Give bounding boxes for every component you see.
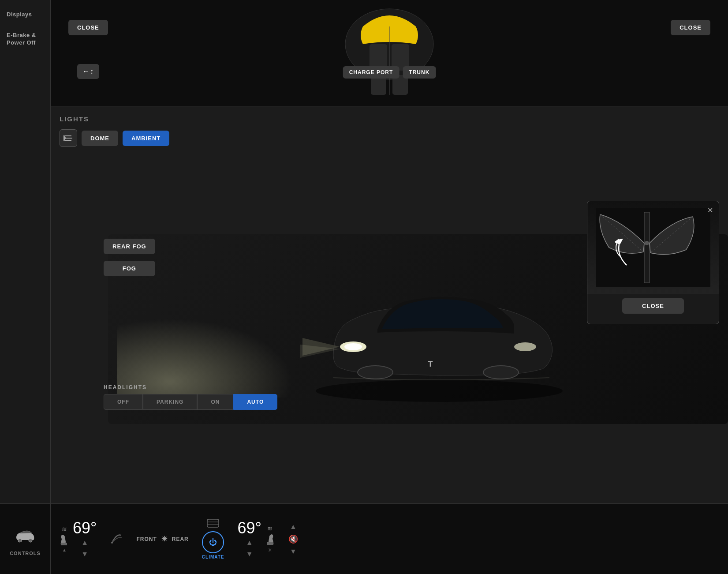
- right-temp-up[interactable]: ▲: [244, 537, 255, 548]
- sidebar-item-displays[interactable]: Displays: [4, 9, 46, 21]
- front-label: FRONT: [136, 536, 157, 542]
- svg-point-29: [29, 539, 32, 542]
- bottom-controls-section: CONTROLS: [0, 504, 51, 574]
- svg-point-20: [358, 366, 393, 379]
- bottom-bar: CONTROLS ≋ ▲ 69° ▲ ▼: [0, 503, 728, 574]
- charge-port-button[interactable]: CHARGE PORT: [343, 66, 399, 79]
- bottom-climate: ≋ ▲ 69° ▲ ▼: [51, 504, 728, 574]
- defroster-icon-container[interactable]: [206, 518, 220, 530]
- defroster-icon: [206, 518, 220, 528]
- light-beam-icon: [63, 134, 73, 142]
- main-area: CLOSE CLOSE ←↕ CHARGE PORT TRUNK LIGHTS: [51, 0, 728, 574]
- wiper-icon: [110, 532, 123, 545]
- svg-point-17: [344, 343, 362, 350]
- popup-footer: CLOSE: [587, 294, 719, 318]
- dome-button[interactable]: DOME: [82, 131, 118, 146]
- volume-mute-icon[interactable]: 🔇: [288, 534, 298, 544]
- car-side-icon: [14, 528, 36, 543]
- left-temp-up[interactable]: ▲: [79, 537, 90, 548]
- seat-left-icon: [60, 534, 69, 546]
- left-temp-down[interactable]: ▼: [79, 549, 90, 559]
- light-beam-button[interactable]: [60, 129, 77, 147]
- ambient-button[interactable]: AMBIENT: [123, 131, 169, 146]
- front-rear-section: FRONT ✳ REAR: [136, 535, 188, 543]
- headlight-off-button[interactable]: OFF: [104, 394, 143, 410]
- right-seat-heat: ≋ ✳: [265, 525, 275, 553]
- left-seat-heat: ≋ ▲: [60, 525, 69, 552]
- svg-point-21: [483, 366, 519, 379]
- heat-lines-right-icon: ≋: [267, 525, 273, 532]
- rear-label: REAR: [172, 536, 189, 542]
- right-temp-down[interactable]: ▼: [244, 549, 255, 559]
- svg-point-30: [111, 542, 113, 544]
- volume-section: ▲ 🔇 ▼: [288, 521, 299, 557]
- frunk-area: ←↕: [77, 64, 99, 79]
- lights-left-buttons: REAR FOG FOG: [104, 239, 155, 276]
- controls-car-icon[interactable]: [12, 522, 38, 548]
- headlight-parking-button[interactable]: PARKING: [143, 394, 197, 410]
- volume-up-button[interactable]: ▲: [288, 521, 299, 532]
- car-top-view-svg: [301, 0, 478, 101]
- fan-right-icon: ✳: [268, 547, 272, 553]
- falcon-door-svg: [596, 208, 710, 287]
- headlights-label: HEADLIGHTS: [104, 384, 728, 390]
- close-btn-right: CLOSE: [671, 20, 710, 35]
- svg-rect-23: [644, 212, 650, 283]
- wiper-icon-container[interactable]: [110, 532, 123, 547]
- frunk-button[interactable]: ←↕: [77, 64, 99, 79]
- climate-power-button[interactable]: ⏻: [202, 531, 224, 553]
- svg-point-24: [645, 241, 649, 245]
- arrow-up-left[interactable]: ▲: [62, 548, 67, 552]
- lights-title: LIGHTS: [60, 115, 719, 123]
- car-top-view: CLOSE CLOSE ←↕ CHARGE PORT TRUNK: [51, 0, 728, 106]
- left-temp-display: 69° ▲ ▼: [73, 519, 97, 559]
- left-temperature: 69°: [73, 519, 97, 537]
- front-rear-row: FRONT ✳ REAR: [136, 535, 188, 543]
- svg-rect-31: [207, 519, 219, 527]
- headlights-options: OFF PARKING ON AUTO: [104, 394, 728, 410]
- sidebar: Displays E-Brake &Power Off: [0, 0, 51, 574]
- close-right-button[interactable]: CLOSE: [671, 20, 710, 35]
- fog-button[interactable]: FOG: [104, 261, 155, 276]
- svg-text:T: T: [428, 360, 433, 368]
- fan-icon: ✳: [161, 535, 168, 543]
- popup-image-area: [587, 201, 719, 294]
- falcon-door-popup: ✕: [587, 201, 719, 324]
- svg-point-18: [514, 342, 536, 351]
- rear-fog-button[interactable]: REAR FOG: [104, 239, 155, 254]
- climate-power-group: ⏻ CLIMATE: [202, 518, 224, 559]
- port-buttons: CHARGE PORT TRUNK: [343, 66, 436, 79]
- close-btn-left: CLOSE: [68, 20, 108, 35]
- svg-point-28: [18, 539, 22, 542]
- lights-controls-row: DOME AMBIENT: [60, 129, 719, 147]
- right-temp-group: 69° ▲ ▼ ≋ ✳: [238, 519, 275, 559]
- headlight-auto-button[interactable]: AUTO: [233, 394, 277, 410]
- trunk-button[interactable]: TRUNK: [403, 66, 436, 79]
- popup-x-button[interactable]: ✕: [705, 205, 715, 215]
- close-left-button[interactable]: CLOSE: [68, 20, 108, 35]
- right-temp-arrows: ▲ ▼: [244, 537, 255, 559]
- headlight-on-button[interactable]: ON: [197, 394, 233, 410]
- climate-label: CLIMATE: [202, 555, 224, 559]
- popup-close-button[interactable]: CLOSE: [622, 298, 684, 314]
- top-section: CLOSE CLOSE ←↕ CHARGE PORT TRUNK: [51, 0, 728, 106]
- headlights-control: HEADLIGHTS OFF PARKING ON AUTO: [104, 384, 728, 410]
- right-temperature: 69°: [238, 519, 261, 537]
- heat-lines-left-icon: ≋: [62, 525, 67, 533]
- seat-right-icon: [265, 533, 275, 546]
- left-temp-group: ≋ ▲ 69° ▲ ▼: [60, 519, 97, 559]
- sidebar-item-ebrake[interactable]: E-Brake &Power Off: [4, 30, 46, 49]
- controls-label: CONTROLS: [10, 551, 41, 556]
- volume-down-button[interactable]: ▼: [288, 546, 299, 557]
- left-temp-arrows: ▲ ▼: [79, 537, 90, 559]
- right-temp-display: 69° ▲ ▼: [238, 519, 261, 559]
